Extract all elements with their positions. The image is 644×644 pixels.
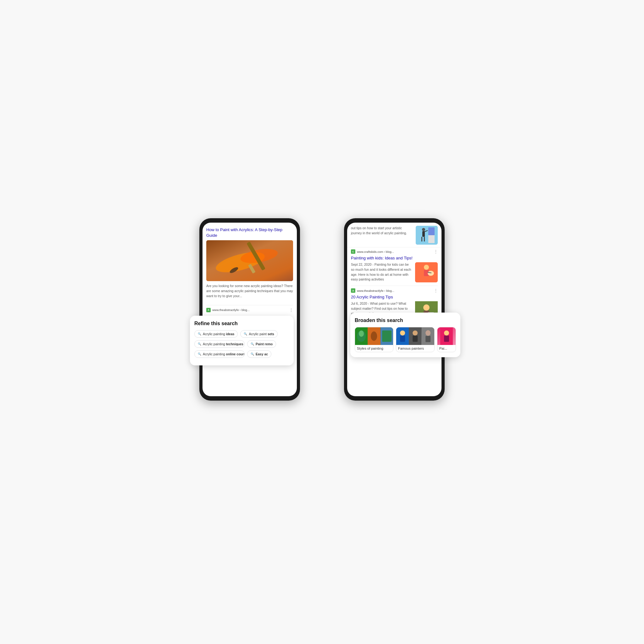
right-abstract-url: www.theabstractlyfe › blog... xyxy=(357,289,432,292)
broaden-styles-images xyxy=(355,327,393,345)
broaden-styles-label: Styles of painting xyxy=(355,345,393,352)
right-craftskids-site-row: C www.craftskids.com › blog... ⋮ xyxy=(347,247,441,255)
svg-point-41 xyxy=(444,330,449,336)
search-icon: 🔍 xyxy=(244,332,247,336)
broaden-famous-img-3 xyxy=(422,327,434,345)
right-craftskids-favicon: C xyxy=(351,249,355,254)
chip-ideas[interactable]: 🔍 Acrylic painting ideas xyxy=(194,330,238,338)
search-icon: 🔍 xyxy=(198,332,201,336)
chip-easy-ac[interactable]: 🔍 Easy ac xyxy=(247,350,271,358)
broaden-famous-img-2 xyxy=(409,327,421,345)
right-screen-content: out tips on how to start your artistic j… xyxy=(347,223,441,396)
right-craftskids-snippet: Sept 22, 2020 - Painting for kids can be… xyxy=(351,262,413,282)
chip-techniques[interactable]: 🔍 Acrylic painting techniques xyxy=(194,340,245,348)
refine-chip-row-3: 🔍 Acrylic painting online courses 🔍 Easy… xyxy=(194,350,289,358)
refine-card: Refine this search 🔍 Acrylic painting id… xyxy=(190,316,294,365)
right-abstract-favicon: A xyxy=(351,288,355,293)
chip-sets-label: Acrylic paint sets xyxy=(249,332,274,336)
broaden-pai-img-1 xyxy=(437,327,456,345)
right-craftskids-url: www.craftskids.com › blog... xyxy=(357,250,432,253)
svg-rect-30 xyxy=(382,330,391,342)
refine-card-title: Refine this search xyxy=(194,321,289,326)
search-icon: 🔍 xyxy=(251,342,254,346)
right-abstract-title[interactable]: 20 Acrylic Painting Tips xyxy=(347,294,441,301)
svg-point-18 xyxy=(428,271,434,276)
svg-rect-9 xyxy=(428,227,435,235)
chip-online-courses[interactable]: 🔍 Acrylic painting online courses xyxy=(194,350,245,358)
broaden-group-famous[interactable]: Famous painters xyxy=(396,327,435,352)
left-result-title[interactable]: How to Paint with Acrylics: A Step-by-St… xyxy=(203,223,297,240)
svg-rect-14 xyxy=(424,237,425,241)
svg-point-21 xyxy=(423,304,430,311)
left-screen-content: How to Paint with Acrylics: A Step-by-St… xyxy=(203,223,297,396)
search-icon: 🔍 xyxy=(198,353,201,356)
phone-left: How to Paint with Acrylics: A Step-by-St… xyxy=(199,218,300,401)
right-craftskids-more-icon[interactable]: ⋮ xyxy=(434,249,438,254)
right-craftskids-thumb xyxy=(415,262,438,282)
search-icon: 🔍 xyxy=(198,342,201,346)
svg-rect-42 xyxy=(444,336,449,342)
broaden-groups-row: Styles of painting Famous painters xyxy=(355,327,456,352)
left-bottom-url: www.theabstractlyfe › blog... xyxy=(212,308,288,312)
chip-online-courses-label: Acrylic painting online courses xyxy=(203,352,245,356)
chip-techniques-label: Acrylic painting techniques xyxy=(203,342,243,346)
right-top-article: out tips on how to start your artistic j… xyxy=(347,223,441,247)
chip-sets[interactable]: 🔍 Acrylic paint sets xyxy=(240,330,278,338)
left-result-snippet: Are you looking for some new acrylic pai… xyxy=(203,284,297,302)
svg-point-38 xyxy=(425,330,430,336)
right-craftskids-title[interactable]: Painting with kids: Ideas and Tips! xyxy=(347,255,441,262)
svg-point-16 xyxy=(424,265,429,270)
svg-point-32 xyxy=(400,330,405,336)
svg-point-10 xyxy=(422,228,425,231)
svg-point-28 xyxy=(371,331,377,341)
svg-point-35 xyxy=(413,330,418,336)
search-icon: 🔍 xyxy=(251,353,254,356)
chip-paint-remo[interactable]: 🔍 Paint remo xyxy=(247,340,276,348)
broaden-pai-images xyxy=(437,327,456,345)
svg-rect-39 xyxy=(425,336,430,342)
broaden-group-pai[interactable]: Pai... xyxy=(437,327,456,352)
phone-right: out tips on how to start your artistic j… xyxy=(344,218,445,401)
refine-chip-row-1: 🔍 Acrylic painting ideas 🔍 Acrylic paint… xyxy=(194,330,289,338)
broaden-famous-img-1 xyxy=(396,327,409,345)
broaden-famous-label: Famous painters xyxy=(396,345,434,352)
broaden-card-title: Broaden this search xyxy=(355,318,456,323)
svg-rect-33 xyxy=(400,336,405,342)
phone-right-screen: out tips on how to start your artistic j… xyxy=(347,223,441,396)
broaden-styles-img-1 xyxy=(355,327,368,345)
broaden-pai-label: Pai... xyxy=(437,345,456,352)
phone-left-screen: How to Paint with Acrylics: A Step-by-St… xyxy=(203,223,297,396)
broaden-famous-images xyxy=(396,327,434,345)
right-craftskids-date: Sept 22, 2020 xyxy=(351,263,371,266)
left-result-image xyxy=(206,240,293,281)
svg-rect-13 xyxy=(421,237,422,241)
left-bottom-favicon: A xyxy=(206,308,211,312)
broaden-group-styles[interactable]: Styles of painting xyxy=(355,327,393,352)
right-abstract-site-row: A www.theabstractlyfe › blog... ⋮ xyxy=(347,286,441,294)
right-abstract-more-icon[interactable]: ⋮ xyxy=(434,288,438,293)
broaden-card: Broaden this search Styles of painting xyxy=(350,313,460,357)
chip-ideas-label: Acrylic painting ideas xyxy=(203,332,234,336)
right-top-snippet: out tips on how to start your artistic j… xyxy=(351,226,413,236)
chip-paint-remo-label: Paint remo xyxy=(256,342,273,346)
left-bottom-more-icon[interactable]: ⋮ xyxy=(289,308,293,312)
svg-rect-36 xyxy=(413,336,418,342)
refine-chip-row-2: 🔍 Acrylic painting techniques 🔍 Paint re… xyxy=(194,340,289,348)
broaden-styles-img-3 xyxy=(380,327,393,345)
svg-point-26 xyxy=(359,330,364,337)
chip-easy-ac-label: Easy ac xyxy=(256,352,268,356)
broaden-styles-img-2 xyxy=(368,327,380,345)
right-top-thumb xyxy=(416,226,438,245)
scene: How to Paint with Acrylics: A Step-by-St… xyxy=(180,180,464,464)
